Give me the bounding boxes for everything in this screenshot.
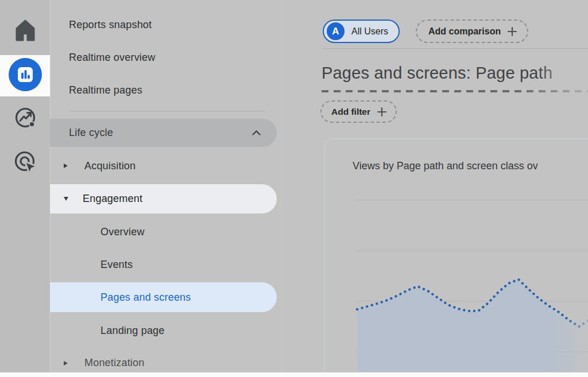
chevron-up-icon (252, 130, 261, 135)
add-comparison-label: Add comparison (428, 26, 501, 37)
plus-icon (506, 26, 518, 37)
app-icon-rail (0, 0, 51, 377)
plus-icon (376, 106, 388, 118)
nav-item-landing-page[interactable]: Landing page (50, 316, 277, 345)
reports-icon[interactable] (9, 58, 42, 91)
nav-item-overview[interactable]: Overview (50, 217, 277, 246)
nav-item-label: Monetization (84, 357, 144, 369)
add-comparison-button[interactable]: Add comparison (416, 20, 528, 43)
nav-item-label: Events (100, 259, 133, 271)
comparison-label: All Users (351, 26, 388, 37)
views-over-time-card: Views by Page path and screen class ov (324, 138, 588, 377)
reports-nav-drawer: Reports snapshot Realtime overview Realt… (50, 0, 280, 372)
page-title-wrap: Pages and screens: Page path (322, 64, 588, 88)
nav-item-label: Pages and screens (100, 292, 191, 304)
title-dashed-underline (322, 90, 588, 92)
advertising-icon[interactable] (13, 149, 38, 174)
nav-item-label: Reports snapshot (69, 19, 152, 31)
home-icon[interactable] (15, 19, 36, 42)
nav-item-realtime-pages[interactable]: Realtime pages (50, 76, 277, 104)
all-users-comparison-chip[interactable]: A All Users (323, 20, 400, 43)
card-title: Views by Page path and screen class ov (353, 160, 538, 172)
nav-item-engagement[interactable]: Engagement (50, 184, 277, 213)
nav-section-life-cycle[interactable]: Life cycle (50, 119, 277, 147)
header-divider (322, 48, 588, 49)
advertising-icon-glyph (13, 149, 38, 174)
add-filter-button[interactable]: Add filter (320, 100, 397, 123)
card-title-wrap: Views by Page path and screen class ov (353, 160, 588, 174)
nav-item-events[interactable]: Events (50, 250, 277, 279)
views-trend-chart[interactable] (325, 191, 588, 377)
nav-item-realtime-overview[interactable]: Realtime overview (50, 43, 277, 72)
explore-icon-glyph (13, 105, 38, 130)
nav-item-label: Landing page (100, 325, 165, 337)
nav-divider (69, 111, 265, 111)
nav-item-label: Engagement (83, 193, 142, 205)
nav-section-label: Life cycle (69, 127, 113, 139)
home-icon-glyph (15, 19, 36, 42)
expanded-arrow-icon[interactable] (64, 197, 68, 201)
collapsed-arrow-icon[interactable] (64, 164, 68, 168)
dash-fade (519, 90, 588, 92)
comparison-avatar: A (327, 22, 345, 40)
nav-item-label: Realtime pages (69, 84, 142, 96)
nav-item-label: Acquisition (84, 160, 136, 172)
add-filter-label: Add filter (331, 107, 370, 117)
nav-item-label: Realtime overview (69, 52, 155, 64)
nav-item-acquisition[interactable]: Acquisition (50, 151, 277, 180)
collapsed-arrow-icon[interactable] (64, 361, 68, 366)
nav-item-pages-and-screens[interactable]: Pages and screens (50, 282, 277, 312)
nav-content-divider (280, 0, 281, 372)
explore-icon[interactable] (13, 105, 38, 130)
page-title: Pages and screens: Page path (322, 64, 552, 82)
nav-item-reports-snapshot[interactable]: Reports snapshot (50, 10, 277, 39)
reports-icon-glyph (16, 65, 35, 84)
nav-item-label: Overview (100, 226, 145, 238)
views-area-fill (357, 279, 588, 372)
bottom-page-strip (0, 372, 588, 377)
